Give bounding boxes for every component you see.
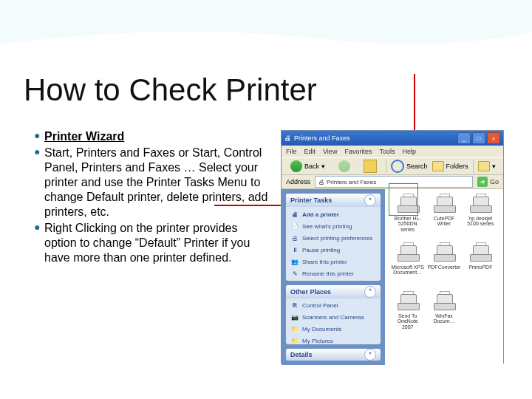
up-button[interactable]: [359, 159, 381, 174]
printer-item[interactable]: CutePDF Writer: [427, 195, 460, 241]
address-label: Address: [286, 178, 310, 185]
window-icon: 🖨: [284, 134, 291, 142]
printer-icon: [470, 245, 491, 263]
chevron-up-icon: ˄: [364, 194, 376, 206]
printer-item[interactable]: Brother HL-5250DN series: [391, 195, 424, 241]
printer-icon: [434, 197, 454, 214]
bullet-1: Printer Wizard: [44, 129, 270, 144]
go-icon: ➜: [477, 177, 488, 187]
menu-tools[interactable]: Tools: [379, 148, 395, 155]
bullet-icon: ●: [34, 129, 44, 144]
folders-icon: [432, 161, 444, 171]
printer-icon: [434, 245, 454, 263]
printer-item[interactable]: Send To OneNote 2007: [391, 293, 424, 338]
folders-button[interactable]: Folders: [432, 161, 468, 171]
decorative-swoosh: [0, 0, 532, 66]
task-share-printer[interactable]: 👥Share this printer: [290, 257, 376, 266]
views-icon: [478, 161, 490, 171]
callout-arrow-right: [214, 205, 281, 206]
slide-title: How to Check Printer: [24, 72, 317, 108]
menu-help[interactable]: Help: [402, 148, 416, 155]
back-button[interactable]: Back ▾: [286, 160, 330, 173]
documents-icon: 📁: [290, 325, 299, 334]
queue-icon: 📄: [290, 222, 299, 231]
window-titlebar[interactable]: 🖨 Printers and Faxes _ □ ×: [282, 131, 503, 146]
menu-favorites[interactable]: Favorites: [344, 148, 372, 155]
sidebar: Printer Tasks˄ 🖨Add a printer 📄See what'…: [282, 189, 385, 365]
scanner-icon: 📷: [290, 313, 299, 322]
toolbar: Back ▾ Search Folders ▾: [282, 157, 503, 175]
details-panel-header[interactable]: Details˅: [286, 349, 381, 361]
bullet-icon: ●: [34, 146, 44, 219]
printer-item[interactable]: PrimoPDF: [464, 244, 497, 290]
task-add-printer[interactable]: 🖨Add a printer: [290, 210, 376, 219]
printer-item[interactable]: Microsoft XPS Document…: [391, 244, 424, 290]
printer-tasks-header[interactable]: Printer Tasks˄: [286, 194, 381, 207]
task-see-whats-printing[interactable]: 📄See what's printing: [290, 222, 376, 231]
printer-item[interactable]: PDFConverter: [427, 244, 460, 290]
pictures-icon: 📁: [290, 337, 299, 344]
slide-body: ●Printer Wizard ●Start, Printers and Fax…: [34, 129, 270, 267]
up-icon: [364, 160, 377, 173]
toolbar-separator: [386, 160, 386, 173]
rename-icon: ✎: [290, 269, 299, 278]
close-button[interactable]: ×: [487, 132, 500, 144]
chevron-up-icon: ˄: [364, 286, 376, 298]
views-button[interactable]: ▾: [478, 161, 496, 171]
search-button[interactable]: Search: [391, 160, 428, 173]
pause-icon: ⏸: [290, 245, 299, 254]
printer-item[interactable]: hp deskjet 5100 series: [464, 195, 497, 241]
printer-icon: [434, 294, 454, 312]
link-my-pictures[interactable]: 📁My Pictures: [290, 337, 376, 344]
add-printer-icon: 🖨: [290, 210, 299, 219]
menu-file[interactable]: File: [286, 148, 297, 155]
go-button[interactable]: ➜Go: [477, 177, 499, 187]
bullet-3: Right Clicking on the printer provides o…: [44, 221, 270, 265]
menu-view[interactable]: View: [323, 148, 337, 155]
prefs-icon: 🖨: [290, 233, 299, 242]
link-scanners-cameras[interactable]: 📷Scanners and Cameras: [290, 313, 376, 322]
other-places-header[interactable]: Other Places˄: [286, 285, 381, 299]
forward-icon: [338, 160, 350, 172]
address-value: Printers and Faxes: [327, 179, 376, 185]
window-title-text: Printers and Faxes: [294, 134, 350, 142]
printer-icon: [470, 197, 491, 214]
task-select-preferences[interactable]: 🖨Select printing preferences: [290, 233, 376, 242]
link-control-panel[interactable]: 🛠Control Panel: [290, 301, 376, 310]
menu-bar: File Edit View Favorites Tools Help: [282, 146, 503, 157]
printer-icon: [398, 294, 418, 312]
control-panel-icon: 🛠: [290, 301, 299, 310]
address-bar: Address 🖨Printers and Faxes ➜Go: [282, 175, 503, 189]
printer-icon: [398, 197, 418, 214]
callout-arrow-down: [414, 74, 415, 133]
printers-area[interactable]: Brother HL-5250DN series CutePDF Writer …: [385, 189, 503, 365]
printer-item[interactable]: WinFax Docum…: [427, 293, 460, 338]
back-icon: [290, 160, 302, 172]
task-rename-printer[interactable]: ✎Rename this printer: [290, 269, 376, 278]
bullet-2: Start, Printers and Faxes or Start, Cont…: [44, 146, 270, 219]
maximize-button[interactable]: □: [472, 132, 485, 144]
printer-icon: [398, 245, 418, 263]
address-field[interactable]: 🖨Printers and Faxes: [315, 176, 473, 188]
other-places-panel: Other Places˄ 🛠Control Panel 📷Scanners a…: [286, 285, 381, 344]
address-field-icon: 🖨: [318, 179, 324, 185]
minimize-button[interactable]: _: [457, 132, 471, 144]
bullet-icon: ●: [34, 221, 44, 265]
printer-tasks-panel: Printer Tasks˄ 🖨Add a printer 📄See what'…: [286, 194, 381, 281]
share-icon: 👥: [290, 257, 299, 266]
link-my-documents[interactable]: 📁My Documents: [290, 325, 376, 334]
toolbar-separator: [473, 160, 474, 173]
task-pause-printing[interactable]: ⏸Pause printing: [290, 245, 376, 254]
printers-and-faxes-window: 🖨 Printers and Faxes _ □ × File Edit Vie…: [281, 130, 504, 364]
search-icon: [391, 160, 404, 173]
menu-edit[interactable]: Edit: [304, 148, 316, 155]
forward-button[interactable]: [334, 160, 355, 173]
chevron-down-icon: ˅: [364, 349, 376, 361]
